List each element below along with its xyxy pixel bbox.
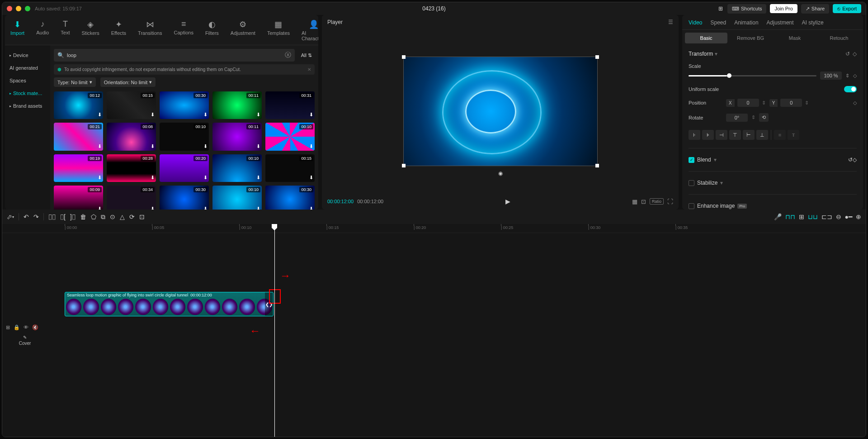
top-tab-text[interactable]: TText	[59, 18, 71, 45]
top-tab-audio[interactable]: ♪Audio	[34, 18, 51, 45]
stock-thumbnail[interactable]: 00:15⬇	[265, 154, 315, 182]
download-icon[interactable]: ⬇	[151, 112, 155, 118]
cover-button[interactable]: ✎ Cover	[6, 335, 44, 346]
sub-tab-basic[interactable]: Basic	[685, 33, 727, 43]
inspector-tab-ai-stylize[interactable]: AI stylize	[802, 19, 824, 26]
blend-keyframe-icon[interactable]: ◇	[853, 157, 857, 163]
join-pro-button[interactable]: Join Pro	[770, 4, 797, 13]
download-icon[interactable]: ⬇	[256, 206, 260, 210]
top-tab-templates[interactable]: ▦Templates	[265, 18, 292, 45]
stock-thumbnail[interactable]: 00:12⬇	[54, 91, 103, 119]
zoom-slider[interactable]: ●━	[845, 213, 852, 220]
download-icon[interactable]: ⬇	[256, 175, 260, 181]
top-tab-ai-characters[interactable]: 👤AI Characters	[300, 18, 318, 45]
stock-thumbnail[interactable]: 00:31⬇	[265, 91, 315, 119]
position-y-input[interactable]: 0	[780, 99, 802, 107]
download-icon[interactable]: ⬇	[309, 175, 313, 181]
resize-handle-bl[interactable]	[402, 164, 406, 167]
magnet-on-icon[interactable]: ⊓⊓	[785, 213, 795, 220]
track-mute-icon[interactable]: 🔇	[32, 324, 38, 330]
stock-thumbnail[interactable]: 00:28⬇	[107, 154, 156, 182]
reverse-icon[interactable]: ⊙	[110, 213, 115, 220]
stock-thumbnail[interactable]: 00:19⬇	[54, 154, 103, 182]
crop-icon[interactable]: ⊡	[641, 198, 646, 205]
delete-icon[interactable]: 🗑	[80, 213, 86, 220]
download-icon[interactable]: ⬇	[203, 112, 208, 118]
stock-thumbnail[interactable]: 00:09⬇	[54, 186, 103, 210]
type-filter-dropdown[interactable]: Type: No limit▾	[54, 77, 96, 87]
blend-checkbox[interactable]: ✓	[689, 157, 694, 163]
sub-tab-remove-bg[interactable]: Remove BG	[729, 33, 772, 43]
stock-thumbnail[interactable]: 00:10⬇	[265, 123, 315, 150]
top-tab-effects[interactable]: ✦Effects	[109, 18, 128, 45]
top-tab-adjustment[interactable]: ⚙Adjustment	[229, 18, 257, 45]
layout-icon[interactable]: ⊞	[717, 5, 724, 12]
snap-on-icon[interactable]: ⊔⊔	[808, 213, 818, 220]
export-button[interactable]: ⎋Export	[833, 4, 861, 13]
keyframe-icon[interactable]: ◇	[853, 51, 857, 57]
enhance-checkbox[interactable]	[689, 203, 694, 209]
inspector-tab-video[interactable]: Video	[689, 19, 702, 26]
split-icon[interactable]: ⌷⌷	[48, 213, 56, 220]
resize-handle-tr[interactable]	[595, 55, 599, 59]
stock-thumbnail[interactable]: 00:34⬇	[107, 186, 156, 210]
stock-thumbnail[interactable]: 00:08⬇	[107, 123, 156, 150]
redo-icon[interactable]: ↷	[33, 213, 39, 220]
resize-handle-br[interactable]	[595, 164, 599, 167]
top-tab-stickers[interactable]: ◈Stickers	[80, 18, 101, 45]
timeline-ruler[interactable]: | 00:00| 00:05| 00:10| 00:15| 00:20| 00:…	[2, 224, 866, 233]
shortcuts-button[interactable]: ⌨Shortcuts	[727, 4, 766, 14]
uniform-scale-toggle[interactable]	[844, 86, 857, 92]
position-keyframe-icon[interactable]: ◇	[853, 100, 857, 106]
crop-tool-icon[interactable]: ⊡	[139, 213, 145, 220]
playhead[interactable]	[274, 224, 275, 437]
sidebar-item-brand-assets[interactable]: ▸Brand assets	[5, 100, 50, 112]
position-x-input[interactable]: 0	[737, 99, 759, 107]
clear-search-button[interactable]: ⓧ	[285, 51, 291, 59]
maximize-window-button[interactable]	[25, 6, 30, 11]
share-button[interactable]: ↗Share	[801, 4, 829, 14]
stock-thumbnail[interactable]: 00:11⬇	[212, 123, 262, 150]
download-icon[interactable]: ⬇	[203, 143, 208, 149]
download-icon[interactable]: ⬇	[203, 175, 208, 181]
player-menu-icon[interactable]: ☰	[668, 19, 673, 25]
timeline-body[interactable]: | 00:00| 00:05| 00:10| 00:15| 00:20| 00:…	[2, 224, 866, 437]
stock-thumbnail[interactable]: 00:11⬇	[212, 91, 262, 119]
sub-tab-mask[interactable]: Mask	[774, 33, 816, 43]
close-window-button[interactable]	[7, 6, 12, 11]
download-icon[interactable]: ⬇	[98, 112, 102, 118]
track-lock-icon[interactable]: 🔒	[14, 324, 20, 330]
fullscreen-icon[interactable]: ⛶	[667, 198, 673, 205]
download-icon[interactable]: ⬇	[309, 143, 313, 149]
track-visible-icon[interactable]: 👁	[24, 324, 28, 330]
stock-thumbnail[interactable]: 00:30⬇	[265, 186, 315, 210]
scale-value-input[interactable]: 100 %	[820, 72, 842, 80]
download-icon[interactable]: ⬇	[151, 175, 155, 181]
sidebar-item-ai-generated[interactable]: AI generated	[5, 62, 50, 74]
stock-thumbnail[interactable]: 00:15⬇	[107, 91, 156, 119]
top-tab-import[interactable]: ⬇Import	[9, 18, 26, 45]
ratio-button[interactable]: Ratio	[650, 198, 664, 205]
filter-all-button[interactable]: All⇅	[298, 52, 315, 58]
top-tab-captions[interactable]: ≡Captions	[172, 18, 195, 45]
download-icon[interactable]: ⬇	[309, 206, 313, 210]
play-button[interactable]: ▶	[505, 198, 510, 205]
mic-icon[interactable]: 🎤	[774, 213, 782, 220]
align-right-icon[interactable]: ⊣	[716, 130, 727, 140]
link-icon[interactable]: ⊞	[799, 213, 804, 220]
trim-right-icon[interactable]: ]⌷	[70, 213, 75, 220]
align-bottom-icon[interactable]: ⊥	[756, 130, 768, 140]
stock-thumbnail[interactable]: 00:10⬇	[212, 186, 262, 210]
flip-button[interactable]: ⟲	[759, 113, 769, 122]
position-x-stepper[interactable]: ⇕	[762, 100, 766, 106]
rotate-icon[interactable]: ⟳	[129, 213, 135, 220]
download-icon[interactable]: ⬇	[151, 143, 155, 149]
video-clip[interactable]: Seamless loop motion graphic of flying i…	[65, 292, 274, 316]
download-icon[interactable]: ⬇	[256, 143, 260, 149]
rotate-value-input[interactable]: 0°	[726, 114, 748, 122]
scale-keyframe-icon[interactable]: ◇	[853, 73, 857, 79]
sidebar-item-device[interactable]: ▸Device	[5, 49, 50, 62]
stock-thumbnail[interactable]: 00:21⬇	[54, 123, 103, 150]
marker-icon[interactable]: ⬠	[91, 213, 96, 220]
stabilize-checkbox[interactable]	[689, 180, 694, 186]
